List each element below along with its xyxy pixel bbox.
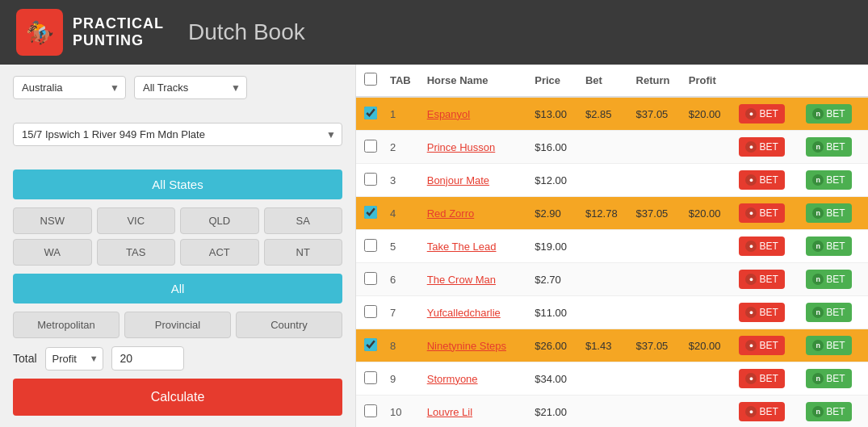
bet-red-button[interactable]: ● BET xyxy=(739,170,784,190)
state-btn-nt[interactable]: NT xyxy=(264,239,343,266)
tracks-select[interactable]: All Tracks Metropolitan Provincial Count… xyxy=(134,76,247,99)
bet-red-button[interactable]: ● BET xyxy=(739,137,784,157)
track-country-btn[interactable]: Country xyxy=(236,312,342,338)
row-bet-green-cell: n BET xyxy=(801,263,868,296)
bet-green-button[interactable]: n BET xyxy=(806,336,851,355)
row-bet-red-cell: ● BET xyxy=(734,97,801,131)
col-btn1 xyxy=(734,65,801,97)
row-horse-name[interactable]: Red Zorro xyxy=(422,197,530,230)
row-bet-green-cell: n BET xyxy=(801,362,868,396)
row-tab: 2 xyxy=(385,131,422,164)
row-return xyxy=(631,230,684,263)
row-checkbox[interactable] xyxy=(364,272,377,285)
bet-red-button[interactable]: ● BET xyxy=(739,270,784,289)
row-horse-name[interactable]: Yufcalledcharlie xyxy=(422,296,530,329)
track-metropolitan-btn[interactable]: Metropolitan xyxy=(13,312,120,338)
country-select-wrap: Australia New Zealand International ▼ xyxy=(13,76,126,99)
state-btn-qld[interactable]: QLD xyxy=(180,207,259,234)
bet-green-button[interactable]: n BET xyxy=(806,203,851,223)
row-bet: $2.85 xyxy=(581,97,631,131)
horses-table: TAB Horse Name Price Bet Return Profit 1… xyxy=(356,65,868,427)
race-select[interactable]: 15/7 Ipswich 1 River 949 Fm Mdn Plate xyxy=(13,123,342,146)
col-horse-name: Horse Name xyxy=(422,65,530,97)
row-price: $21.00 xyxy=(530,396,581,428)
bet-red-button[interactable]: ● BET xyxy=(739,104,784,123)
row-checkbox[interactable] xyxy=(364,305,377,318)
row-return: $37.05 xyxy=(631,97,684,131)
state-btn-tas[interactable]: TAS xyxy=(97,239,176,266)
row-bet: $1.43 xyxy=(581,329,631,362)
row-bet-green-cell: n BET xyxy=(801,97,868,131)
table-header-row: TAB Horse Name Price Bet Return Profit xyxy=(356,65,868,97)
bet-green-button[interactable]: n BET xyxy=(806,137,851,157)
row-checkbox[interactable] xyxy=(364,371,377,384)
row-checkbox-cell xyxy=(356,263,385,296)
row-bet-red-cell: ● BET xyxy=(734,230,801,263)
bet-red-button[interactable]: ● BET xyxy=(739,237,784,256)
row-horse-name[interactable]: Bonjour Mate xyxy=(422,164,530,197)
row-checkbox-cell xyxy=(356,329,385,362)
calculate-button[interactable]: Calculate xyxy=(13,379,342,416)
row-horse-name[interactable]: Espanyol xyxy=(422,97,530,131)
row-horse-name[interactable]: Take The Lead xyxy=(422,230,530,263)
row-tab: 10 xyxy=(385,396,422,428)
bet-red-button[interactable]: ● BET xyxy=(739,303,784,322)
profit-input[interactable] xyxy=(111,346,184,370)
row-checkbox[interactable] xyxy=(364,107,377,119)
profit-select[interactable]: Profit Return xyxy=(45,347,103,370)
state-btn-nsw[interactable]: NSW xyxy=(13,207,92,234)
track-provincial-btn[interactable]: Provincial xyxy=(124,312,231,338)
track-type-grid: Metropolitan Provincial Country xyxy=(13,312,342,338)
page-title: Dutch Book xyxy=(188,19,305,45)
row-checkbox[interactable] xyxy=(364,404,377,417)
row-return xyxy=(631,396,684,428)
row-checkbox-cell xyxy=(356,362,385,396)
table-row: 9Stormyone$34.00● BETn BET xyxy=(356,362,868,396)
row-checkbox[interactable] xyxy=(364,173,377,186)
bet-green-button[interactable]: n BET xyxy=(806,104,851,123)
bet-green-button[interactable]: n BET xyxy=(806,369,851,388)
row-bet xyxy=(581,362,631,396)
country-select[interactable]: Australia New Zealand International xyxy=(13,76,126,99)
table-row: 7Yufcalledcharlie$11.00● BETn BET xyxy=(356,296,868,329)
row-horse-name[interactable]: Stormyone xyxy=(422,362,530,396)
total-row: Total Profit Return ▼ xyxy=(13,346,342,370)
state-btn-sa[interactable]: SA xyxy=(264,207,343,234)
main-layout: Australia New Zealand International ▼ Al… xyxy=(0,65,868,427)
bet-green-button[interactable]: n BET xyxy=(806,270,851,289)
state-btn-act[interactable]: ACT xyxy=(180,239,259,266)
tracks-select-wrap: All Tracks Metropolitan Provincial Count… xyxy=(134,76,247,99)
row-price: $11.00 xyxy=(530,296,581,329)
row-horse-name[interactable]: Louvre Lil xyxy=(422,396,530,428)
row-bet-green-cell: n BET xyxy=(801,131,868,164)
row-checkbox[interactable] xyxy=(364,338,377,351)
state-btn-wa[interactable]: WA xyxy=(13,239,92,266)
bet-red-button[interactable]: ● BET xyxy=(739,369,784,388)
header-checkbox[interactable] xyxy=(364,73,377,86)
bet-red-button[interactable]: ● BET xyxy=(739,402,784,421)
row-return xyxy=(631,263,684,296)
logo-box: 🏇 xyxy=(16,9,63,56)
state-btn-vic[interactable]: VIC xyxy=(97,207,176,234)
row-horse-name[interactable]: Ninetynine Steps xyxy=(422,329,530,362)
row-horse-name[interactable]: Prince Husson xyxy=(422,131,530,164)
bet-green-button[interactable]: n BET xyxy=(806,303,851,322)
bet-green-button[interactable]: n BET xyxy=(806,402,851,421)
row-bet-green-cell: n BET xyxy=(801,329,868,362)
row-bet xyxy=(581,296,631,329)
row-profit: $20.00 xyxy=(684,197,735,230)
table-row: 4Red Zorro$2.90$12.78$37.05$20.00● BETn … xyxy=(356,197,868,230)
bet-red-button[interactable]: ● BET xyxy=(739,203,784,223)
bet-green-button[interactable]: n BET xyxy=(806,237,851,256)
all-button[interactable]: All xyxy=(13,274,342,304)
bet-green-button[interactable]: n BET xyxy=(806,170,851,190)
col-checkbox xyxy=(356,65,385,97)
all-states-button[interactable]: All States xyxy=(13,170,342,199)
row-checkbox[interactable] xyxy=(364,239,377,252)
row-checkbox[interactable] xyxy=(364,206,377,219)
row-checkbox-cell xyxy=(356,230,385,263)
row-horse-name[interactable]: The Crow Man xyxy=(422,263,530,296)
bet-red-button[interactable]: ● BET xyxy=(739,336,784,355)
row-bet-red-cell: ● BET xyxy=(734,164,801,197)
row-checkbox[interactable] xyxy=(364,140,377,153)
